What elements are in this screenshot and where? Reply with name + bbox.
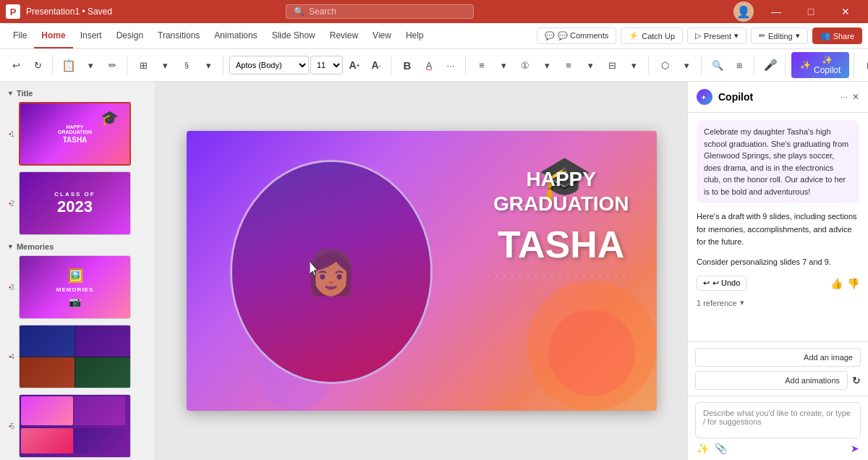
font-select[interactable]: Aptos (Body): [229, 56, 309, 74]
tab-animations[interactable]: Animations: [207, 23, 264, 48]
attach-icon[interactable]: 📎: [715, 443, 727, 454]
undo-button[interactable]: ↩: [6, 55, 26, 75]
editing-button[interactable]: ✏ Editing ▾: [751, 27, 808, 44]
layout-button[interactable]: ⊞: [133, 55, 153, 75]
search-icon: 🔍: [294, 7, 305, 17]
copilot-footer: Add an image Add animations ↻: [688, 341, 868, 396]
present-button[interactable]: ▷ Present ▾: [687, 27, 746, 44]
slide-thumbnail-4: [19, 325, 131, 388]
reference-row[interactable]: 1 reference ▾: [697, 298, 859, 307]
search-button[interactable]: 🔍: [707, 55, 728, 75]
svg-text:✦: ✦: [701, 94, 707, 101]
slide-indicator: ●: [9, 354, 12, 359]
powerpoint-logo: P: [6, 4, 20, 19]
thumbs-down-icon[interactable]: 👎: [847, 278, 859, 289]
undo-row: ↩ ↩ Undo 👍 👎: [697, 276, 859, 291]
bold-button[interactable]: B: [397, 55, 417, 75]
clipboard-button[interactable]: 📋: [59, 55, 79, 75]
copilot-group: ✨ ✨ Copilot: [791, 52, 854, 78]
slide-item[interactable]: 2 ● CLASS OF 2023: [4, 170, 150, 237]
send-button[interactable]: ➤: [851, 443, 859, 454]
lightning-icon: ⚡: [629, 31, 639, 41]
tab-help[interactable]: Help: [399, 23, 431, 48]
slide-item[interactable]: 4 ●: [4, 323, 150, 390]
add-image-button[interactable]: Add an image: [695, 348, 861, 367]
copilot-toolbar-button[interactable]: ✨ ✨ Copilot: [791, 52, 849, 78]
slide-thumbnail-2: CLASS OF 2023: [19, 171, 131, 235]
slide-item[interactable]: 3 ● 🖼️ MEMORIES 📷: [4, 254, 150, 320]
slide-item[interactable]: 5 ●: [4, 393, 150, 459]
redo-button[interactable]: ↻: [27, 55, 48, 75]
format-group: B A ···: [397, 55, 466, 75]
tab-home[interactable]: Home: [34, 23, 72, 48]
bullets-arrow[interactable]: ▾: [493, 55, 514, 75]
name-title: TASHA: [488, 223, 635, 266]
tab-design[interactable]: Design: [109, 23, 150, 48]
tab-insert[interactable]: Insert: [73, 23, 109, 48]
copilot-input-toolbar: ✨ 📎 ➤: [695, 443, 861, 454]
editing-arrow-icon: ▾: [796, 31, 800, 41]
section-button[interactable]: §: [176, 55, 197, 75]
tab-slideshow[interactable]: Slide Show: [265, 23, 323, 48]
tab-view[interactable]: View: [365, 23, 399, 48]
layout-arrow[interactable]: ▾: [155, 55, 175, 75]
window-title: Presentation1 • Saved: [26, 7, 286, 17]
decrease-font-button[interactable]: A-: [366, 55, 386, 75]
close-button[interactable]: ✕: [829, 0, 862, 23]
tab-review[interactable]: Review: [323, 23, 365, 48]
more-options-icon[interactable]: ···: [841, 92, 848, 102]
copilot-input-box[interactable]: Describe what you'd like to create, or t…: [695, 402, 861, 438]
font-group: Aptos (Body) 11 A+ A-: [229, 55, 391, 75]
undo-button[interactable]: ↩ ↩ Undo: [697, 276, 746, 291]
main-slide[interactable]: 👩 〰 🎓 HAPPYGRADUATION TASHA · · · · · · …: [187, 131, 657, 411]
reference-chevron-icon: ▾: [740, 298, 744, 307]
numbering-button[interactable]: ①: [515, 55, 535, 75]
copilot-input-area: Describe what you'd like to create, or t…: [688, 396, 868, 460]
clipboard-arrow[interactable]: ▾: [80, 55, 101, 75]
slide-indicator: ●: [9, 285, 12, 289]
undo-icon: ↩: [703, 278, 710, 288]
columns-button[interactable]: ⊟: [602, 55, 622, 75]
share-icon: 👥: [820, 31, 830, 41]
section-arrow[interactable]: ▾: [198, 55, 218, 75]
shapes-group: ⬡ ▾: [655, 55, 702, 75]
share-button[interactable]: 👥 Share: [812, 27, 862, 44]
slide-item[interactable]: 1 ● HAPPY GRADUATION TASHA 🎓: [4, 101, 150, 167]
design-ideas-button[interactable]: ⊞: [860, 55, 868, 75]
replace-button[interactable]: ⊞: [729, 55, 749, 75]
font-size-select[interactable]: 11: [310, 56, 343, 74]
sparkle-icon[interactable]: ✨: [697, 443, 709, 454]
undo-group: ↩ ↻: [6, 55, 53, 75]
font-color-button[interactable]: A: [419, 55, 439, 75]
section-title-header[interactable]: ▼ Title: [4, 88, 150, 101]
chevron-down-icon: ▼: [7, 243, 14, 250]
more-format-button[interactable]: ···: [441, 55, 461, 75]
slide-indicator: ●: [9, 201, 12, 205]
columns-arrow[interactable]: ▾: [624, 55, 644, 75]
arrange-button[interactable]: ⬡: [655, 55, 675, 75]
format-painter-button[interactable]: ✏: [102, 55, 122, 75]
tab-file[interactable]: File: [6, 23, 34, 48]
minimize-button[interactable]: —: [760, 0, 793, 23]
user-avatar[interactable]: 👤: [733, 1, 754, 22]
refresh-icon[interactable]: ↻: [852, 375, 861, 386]
tab-transitions[interactable]: Transitions: [150, 23, 207, 48]
add-animations-button[interactable]: Add animations: [695, 371, 848, 390]
numbering-arrow[interactable]: ▾: [537, 55, 557, 75]
comments-button[interactable]: 💬 💬 Comments: [537, 27, 616, 44]
search-bar[interactable]: 🔍 Search: [286, 4, 474, 19]
increase-font-button[interactable]: A+: [344, 55, 365, 75]
section-memories-header[interactable]: ▼ Memories: [4, 241, 150, 254]
canvas-area: 👩 〰 🎓 HAPPYGRADUATION TASHA · · · · · · …: [156, 82, 687, 460]
bullets-button[interactable]: ≡: [472, 55, 492, 75]
catch-up-button[interactable]: ⚡ Catch Up: [621, 27, 683, 44]
paragraph-group: ≡ ▾ ① ▾ ≡ ▾ ⊟ ▾: [472, 55, 649, 75]
align-arrow[interactable]: ▾: [580, 55, 600, 75]
copilot-input-placeholder: Describe what you'd like to create, or t…: [703, 409, 853, 426]
align-button[interactable]: ≡: [558, 55, 579, 75]
arrange-arrow[interactable]: ▾: [676, 55, 697, 75]
close-copilot-icon[interactable]: ✕: [852, 92, 859, 102]
maximize-button[interactable]: □: [794, 0, 827, 23]
thumbs-up-icon[interactable]: 👍: [830, 278, 843, 289]
microphone-button[interactable]: 🎤: [760, 55, 780, 75]
